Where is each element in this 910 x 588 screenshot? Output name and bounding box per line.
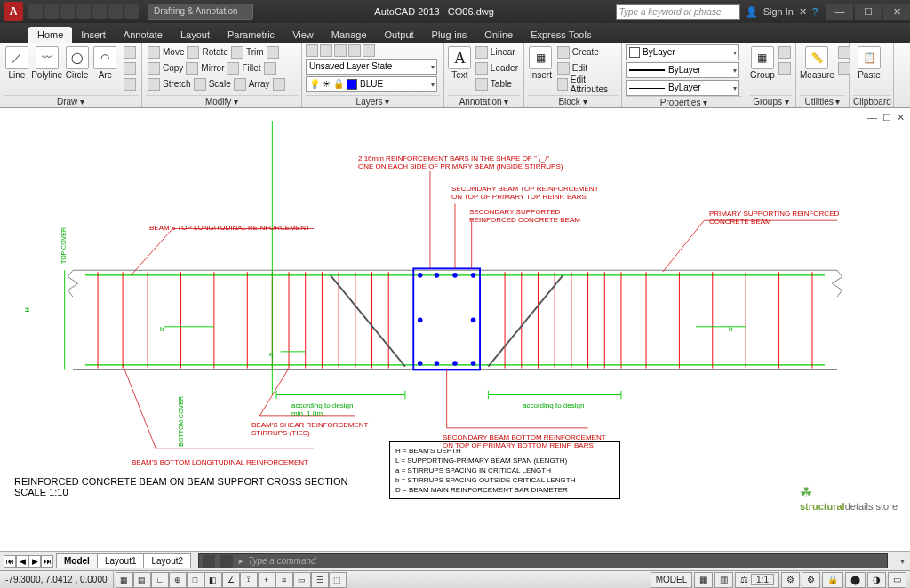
layer-current-combo[interactable]: 💡☀🔓BLUE — [306, 76, 437, 92]
measure-button[interactable]: 📏Measure — [800, 44, 834, 80]
util2-icon[interactable] — [838, 62, 850, 75]
panel-properties-label[interactable]: Properties ▾ — [626, 96, 742, 108]
util1-icon[interactable] — [838, 46, 850, 59]
layer-lock-icon[interactable] — [348, 44, 361, 57]
cmd-close-icon[interactable] — [203, 555, 215, 568]
command-line[interactable]: ▸ Type a command — [198, 553, 888, 568]
tab-layout[interactable]: Layout — [172, 27, 219, 43]
tab-view[interactable]: View — [283, 27, 323, 43]
group-button[interactable]: ▦Group — [750, 44, 775, 80]
linear-dim-button[interactable]: Linear — [474, 44, 520, 60]
layer-freeze-icon[interactable] — [334, 44, 347, 57]
panel-groups-label[interactable]: Groups ▾ — [750, 95, 792, 107]
tab-model[interactable]: Model — [56, 553, 98, 568]
otrack-toggle[interactable]: ∠ — [222, 572, 240, 588]
mod-extra1-icon[interactable] — [267, 46, 279, 59]
clean-screen-icon[interactable]: ▭ — [888, 572, 906, 588]
workspace-switcher[interactable]: Drafting & Annotation — [148, 4, 253, 20]
polar-toggle[interactable]: ⊕ — [169, 572, 187, 588]
arc-button[interactable]: ◠Arc — [92, 44, 118, 80]
minimize-button[interactable]: — — [826, 4, 853, 20]
isolate-icon[interactable]: ◑ — [867, 572, 886, 588]
text-button[interactable]: AText — [448, 44, 472, 80]
exchange-icon[interactable]: ✕ — [799, 6, 807, 18]
table-button[interactable]: Table — [474, 76, 520, 91]
tab-layout2[interactable]: Layout2 — [143, 553, 191, 568]
qat-new-icon[interactable] — [28, 4, 43, 19]
qat-undo-icon[interactable] — [108, 4, 123, 19]
layer-off-icon[interactable] — [320, 44, 332, 57]
panel-clipboard-label[interactable]: Clipboard — [853, 95, 890, 107]
osnap-toggle[interactable]: □ — [187, 572, 204, 588]
tab-output[interactable]: Output — [376, 27, 423, 43]
qat-redo-icon[interactable] — [124, 4, 139, 19]
quickview-drawings-icon[interactable]: ▥ — [714, 572, 733, 588]
panel-annotation-label[interactable]: Annotation ▾ — [448, 95, 520, 107]
ws-switch-icon[interactable]: ⚙ — [802, 572, 820, 588]
draw-misc-1-icon[interactable] — [124, 46, 136, 59]
ortho-toggle[interactable]: ∟ — [151, 572, 169, 588]
panel-utilities-label[interactable]: Utilities ▾ — [800, 95, 845, 107]
quickview-layouts-icon[interactable]: ▦ — [694, 572, 713, 588]
draw-misc-2-icon[interactable] — [124, 62, 136, 75]
move-icon[interactable] — [148, 46, 160, 59]
layer-state-combo[interactable]: Unsaved Layer State — [306, 59, 437, 75]
tab-online[interactable]: Online — [475, 27, 522, 43]
tab-prev-button[interactable]: ◀ — [16, 555, 28, 568]
circle-button[interactable]: ◯Circle — [64, 44, 91, 80]
tab-parametric[interactable]: Parametric — [219, 27, 283, 43]
hardware-accel-icon[interactable]: ⬤ — [845, 572, 866, 588]
3dosnap-toggle[interactable]: ◧ — [204, 572, 222, 588]
sc-toggle[interactable]: ⬚ — [329, 572, 347, 588]
tab-annotate[interactable]: Annotate — [115, 27, 172, 43]
tab-home[interactable]: Home — [28, 27, 72, 43]
create-block-button[interactable]: Create — [555, 44, 618, 60]
copy-icon[interactable] — [148, 62, 160, 75]
fillet-icon[interactable] — [227, 62, 239, 75]
dyn-toggle[interactable]: + — [258, 572, 275, 588]
maximize-button[interactable]: ☐ — [855, 4, 882, 20]
qp-toggle[interactable]: ☰ — [311, 572, 329, 588]
app-menu-button[interactable]: A — [4, 2, 23, 21]
qat-save-icon[interactable] — [60, 4, 75, 19]
close-button[interactable]: ✕ — [883, 4, 910, 20]
cmd-recent-icon[interactable] — [220, 555, 233, 568]
tab-manage[interactable]: Manage — [323, 27, 376, 43]
tpy-toggle[interactable]: ▭ — [293, 572, 311, 588]
leader-button[interactable]: Leader — [474, 60, 520, 75]
tab-insert[interactable]: Insert — [72, 27, 115, 43]
line-button[interactable]: ／Line — [4, 44, 30, 80]
insert-button[interactable]: ▦Insert — [528, 44, 554, 80]
layer-props-icon[interactable] — [306, 44, 318, 57]
panel-draw-label[interactable]: Draw ▾ — [4, 95, 138, 107]
polyline-button[interactable]: 〰Polyline — [32, 44, 62, 80]
linetype-combo[interactable]: ByLayer — [626, 80, 739, 96]
anno-vis-icon[interactable]: ⚙ — [781, 572, 800, 588]
lwt-toggle[interactable]: ≡ — [275, 572, 293, 588]
help-icon[interactable]: ? — [812, 6, 818, 17]
scale-icon[interactable] — [194, 78, 206, 91]
help-search-input[interactable]: Type a keyword or phrase — [616, 4, 740, 20]
panel-layers-label[interactable]: Layers ▾ — [306, 95, 440, 107]
ungroup-icon[interactable] — [778, 46, 791, 59]
trim-icon[interactable] — [231, 46, 243, 59]
qat-saveas-icon[interactable] — [76, 4, 91, 19]
rotate-icon[interactable] — [187, 46, 199, 59]
toolbar-lock-icon[interactable]: 🔒 — [822, 572, 843, 588]
anno-scale-button[interactable]: ⚖ 1:1 — [735, 572, 779, 588]
model-space-button[interactable]: MODEL — [651, 572, 693, 588]
edit-block-button[interactable]: Edit — [555, 60, 618, 75]
tab-express[interactable]: Express Tools — [522, 27, 600, 43]
grid-toggle[interactable]: ▤ — [133, 572, 151, 588]
ducs-toggle[interactable]: ⟟ — [240, 572, 258, 588]
cmd-menu-icon[interactable]: ▾ — [900, 556, 905, 566]
coords-readout[interactable]: -79.3000, 7.0412 , 0.0000 — [0, 571, 114, 588]
paste-button[interactable]: 📋Paste — [853, 44, 885, 80]
panel-block-label[interactable]: Block ▾ — [528, 95, 618, 107]
mod-extra2-icon[interactable] — [264, 62, 276, 75]
groupedit-icon[interactable] — [778, 62, 791, 75]
signin-icon[interactable]: 👤 — [746, 6, 758, 18]
layer-iso-icon[interactable] — [363, 44, 375, 57]
tab-plugins[interactable]: Plug-ins — [423, 27, 476, 43]
mod-extra3-icon[interactable] — [273, 78, 285, 91]
